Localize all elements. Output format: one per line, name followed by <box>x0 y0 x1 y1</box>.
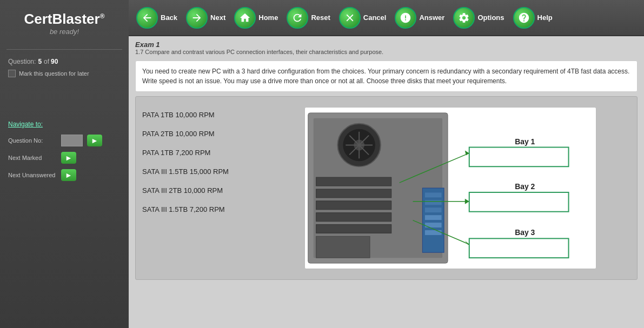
next-marked-button[interactable]: ► <box>61 152 76 164</box>
help-label: Help <box>537 14 553 22</box>
drive-options-list: PATA 1TB 10,000 RPM PATA 2TB 10,000 RPM … <box>142 103 261 273</box>
next-marked-row: Next Marked ► <box>8 152 121 164</box>
question-of: of <box>44 58 49 65</box>
svg-rect-17 <box>424 200 442 205</box>
reset-label: Reset <box>311 14 330 22</box>
options-button[interactable]: Options <box>450 5 507 31</box>
sidebar: CertBlaster® be ready! Question: 5 of 90… <box>0 0 129 328</box>
toolbar: Back Next Home Reset <box>129 0 644 36</box>
svg-text:Bay 2: Bay 2 <box>515 182 535 191</box>
options-icon <box>458 12 470 24</box>
svg-rect-31 <box>469 192 568 212</box>
question-text: You need to create new PC with a 3 hard … <box>135 61 638 92</box>
arrow-right-icon: ► <box>91 136 98 145</box>
next-marked-label: Next Marked <box>8 155 57 161</box>
home-button[interactable]: Home <box>231 5 281 31</box>
drive-option-3[interactable]: SATA III 1.5TB 15,000 RPM <box>142 165 261 178</box>
question-number: 5 <box>38 58 42 65</box>
drive-option-0[interactable]: PATA 1TB 10,000 RPM <box>142 109 261 121</box>
app-title-text: CertBlaster <box>24 11 99 27</box>
app-title: CertBlaster® <box>24 11 104 28</box>
svg-text:Bay 1: Bay 1 <box>515 137 535 146</box>
exam-title: Exam 1 <box>135 41 638 49</box>
back-label: Back <box>161 14 177 22</box>
exam-header: Exam 1 1.7 Compare and contrast various … <box>129 36 644 57</box>
question-total: 90 <box>51 58 58 65</box>
mark-label: Mark this question for later <box>19 70 89 77</box>
answer-button[interactable]: Answer <box>391 5 448 31</box>
svg-rect-29 <box>469 148 568 167</box>
svg-rect-33 <box>469 238 568 258</box>
arrow-right-icon: ► <box>65 171 72 179</box>
options-label: Options <box>477 14 504 22</box>
question-no-row: Question No: ► <box>8 135 121 146</box>
help-button[interactable]: Help <box>510 5 556 31</box>
next-unanswered-button[interactable]: ► <box>61 169 76 181</box>
svg-rect-18 <box>424 207 442 213</box>
next-unanswered-row: Next Unanswered ► <box>8 169 121 181</box>
nav-section: Navigate to: Question No: ► Next Marked … <box>0 121 129 186</box>
trademark: ® <box>100 12 105 20</box>
navigate-label[interactable]: Navigate to: <box>8 121 121 128</box>
home-label: Home <box>258 14 278 22</box>
home-icon <box>239 12 251 24</box>
next-button[interactable]: Next <box>183 5 229 31</box>
app-subtitle: be ready! <box>24 28 104 36</box>
answer-label: Answer <box>419 14 444 22</box>
svg-rect-21 <box>424 230 442 235</box>
back-icon-circle <box>136 7 158 29</box>
reset-button[interactable]: Reset <box>283 5 333 31</box>
mark-checkbox[interactable] <box>8 70 16 77</box>
answer-area: PATA 1TB 10,000 RPM PATA 2TB 10,000 RPM … <box>135 96 638 280</box>
back-button[interactable]: Back <box>133 5 181 31</box>
arrow-right-icon: ► <box>65 153 72 162</box>
next-unanswered-label: Next Unanswered <box>8 172 57 178</box>
question-info: Question: 5 of 90 Mark this question for… <box>0 58 129 88</box>
options-icon-circle <box>453 7 475 29</box>
svg-text:Bay 3: Bay 3 <box>515 228 535 237</box>
question-no-input[interactable] <box>61 135 83 146</box>
svg-rect-16 <box>424 192 442 198</box>
cancel-icon-circle <box>339 7 361 29</box>
question-no-label: Question No: <box>8 137 57 144</box>
mark-question-row[interactable]: Mark this question for later <box>8 70 121 77</box>
svg-rect-13 <box>316 225 391 233</box>
content-area: Exam 1 1.7 Compare and contrast various … <box>129 36 644 328</box>
pc-diagram-svg: Bay 1 Bay 2 Bay 3 <box>304 107 596 269</box>
svg-rect-9 <box>316 177 391 186</box>
question-label: Question: <box>8 58 36 65</box>
next-icon <box>191 12 203 24</box>
main-panel: Back Next Home Reset <box>129 0 644 328</box>
svg-rect-10 <box>316 189 391 198</box>
svg-rect-14 <box>316 236 369 258</box>
sidebar-divider <box>6 49 122 50</box>
cancel-label: Cancel <box>363 14 387 22</box>
back-icon <box>141 12 153 24</box>
home-icon-circle <box>234 7 256 29</box>
cancel-icon <box>344 12 356 24</box>
drive-option-5[interactable]: SATA III 1.5TB 7,200 RPM <box>142 203 261 216</box>
answer-icon <box>400 12 411 24</box>
drive-option-1[interactable]: PATA 2TB 10,000 RPM <box>142 128 261 140</box>
reset-icon-circle <box>287 7 308 29</box>
help-icon-circle <box>513 7 535 29</box>
help-icon <box>518 12 530 24</box>
answer-icon-circle <box>395 7 416 29</box>
question-no-go-button[interactable]: ► <box>87 135 102 146</box>
reset-icon <box>291 12 303 24</box>
svg-marker-25 <box>464 199 469 204</box>
cancel-button[interactable]: Cancel <box>336 5 390 31</box>
next-icon-circle <box>186 7 208 29</box>
drive-option-4[interactable]: SATA III 2TB 10,000 RPM <box>142 184 261 197</box>
drive-option-2[interactable]: PATA 1TB 7,200 RPM <box>142 146 261 159</box>
next-label: Next <box>210 14 225 22</box>
svg-rect-12 <box>316 213 391 222</box>
svg-rect-19 <box>424 215 442 220</box>
pc-diagram: Bay 1 Bay 2 Bay 3 <box>270 103 630 273</box>
svg-rect-11 <box>316 201 391 210</box>
logo-area: CertBlaster® be ready! <box>24 5 104 46</box>
exam-subtitle: 1.7 Compare and contrast various PC conn… <box>135 49 638 55</box>
svg-rect-20 <box>424 223 442 228</box>
